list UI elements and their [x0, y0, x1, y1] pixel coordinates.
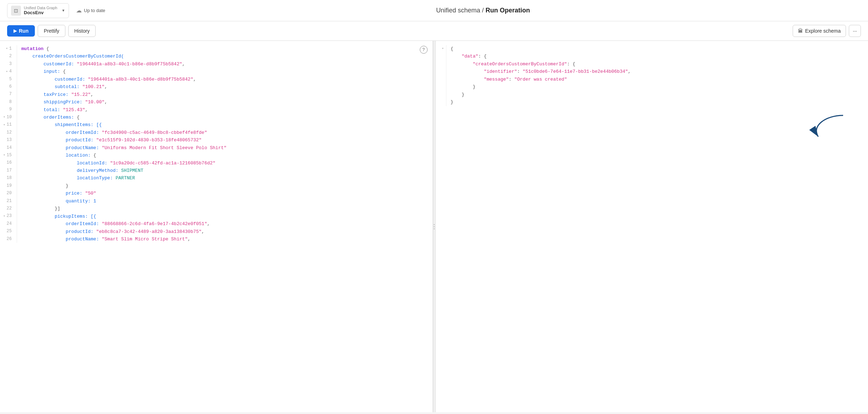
line-number: 14 — [3, 144, 14, 152]
result-code-line: "message": "Order was created" — [451, 76, 861, 83]
line-number: 2 — [3, 53, 14, 60]
line-number: ▾15 — [3, 152, 14, 159]
app-header: ⊡ Unified Data Graph DocsEnv ▼ ☁ Up to d… — [0, 0, 868, 21]
editor-pane[interactable]: ? ▾123▾456789▾10▾11121314▾15161718192021… — [0, 41, 433, 412]
code-line: location: { — [21, 152, 425, 159]
code-line: orderItemId: "88668866-2c6d-4fa6-9e17-4b… — [21, 220, 425, 228]
divider-dot — [434, 226, 435, 227]
editor-content: ▾123▾456789▾10▾11121314▾1516171819202122… — [0, 41, 433, 247]
line-number: 17 — [3, 167, 14, 174]
run-button[interactable]: ▶ Run — [7, 25, 35, 37]
main-content: ? ▾123▾456789▾10▾11121314▾15161718192021… — [0, 41, 868, 412]
line-number: 7 — [3, 91, 14, 98]
code-line: customerId: "1964401a-a8b3-40c1-b86e-d8b… — [21, 60, 425, 68]
line-number: 20 — [3, 190, 14, 197]
fold-arrow-icon[interactable]: ▾ — [3, 214, 5, 219]
code-line: deliveryMethod: SHIPMENT — [21, 167, 425, 174]
run-label: Run — [19, 28, 28, 34]
code-line: customerId: "1964401a-a8b3-40c1-b86e-d8b… — [21, 76, 425, 83]
toolbar-right: 🏛 Explore schema ··· — [793, 25, 861, 37]
code-line: productId: "e1c515f9-102d-4830-b353-18fe… — [21, 136, 425, 144]
line-number: 16 — [3, 159, 14, 167]
line-number: 22 — [3, 205, 14, 212]
code-line: locationId: "1c9a20dc-c585-42fd-ac1a-121… — [21, 159, 425, 167]
result-code-line: } — [451, 98, 861, 106]
result-line-number — [438, 91, 444, 98]
result-code-line: { — [451, 45, 861, 53]
cloud-icon: ☁ — [76, 7, 82, 14]
result-line-number: ▾ — [438, 45, 444, 53]
code-line: subtotal: "100.21", — [21, 83, 425, 91]
code-line: orderItems: { — [21, 114, 425, 121]
code-line: productName: "Smart Slim Micro Stripe Sh… — [21, 235, 425, 243]
code-line: price: "50" — [21, 190, 425, 197]
line-number: 24 — [3, 220, 14, 228]
cloud-status-label: Up to date — [84, 8, 105, 13]
code-lines: mutation { createOrdersCustomerByCustome… — [21, 45, 433, 243]
result-line-number — [438, 68, 444, 75]
cloud-status: ☁ Up to date — [76, 7, 105, 14]
code-line: productName: "Uniforms Modern Fit Short … — [21, 144, 425, 152]
line-number: 12 — [3, 129, 14, 136]
history-button[interactable]: History — [68, 25, 96, 37]
result-pane[interactable]: ▾ { "data": { "createOrdersCustomerByCus… — [436, 41, 868, 412]
code-line: orderItemId: "fc3d4900-c5ac-4649-8bc8-cb… — [21, 129, 425, 136]
line-numbers: ▾123▾456789▾10▾11121314▾1516171819202122… — [0, 45, 17, 243]
code-line: taxPrice: "15.22", — [21, 91, 425, 98]
workspace-label: Unified Data Graph — [24, 6, 57, 10]
fold-arrow-icon[interactable]: ▾ — [6, 69, 7, 75]
result-lines: { "data": { "createOrdersCustomerByCusto… — [451, 45, 868, 106]
more-button[interactable]: ··· — [849, 25, 861, 37]
result-line-number — [438, 83, 444, 91]
workspace-env: DocsEnv — [24, 10, 57, 15]
line-number: 13 — [3, 136, 14, 144]
line-number: 3 — [3, 60, 14, 68]
code-line: total: "125.43", — [21, 106, 425, 114]
line-number: 25 — [3, 228, 14, 235]
fold-arrow-icon[interactable]: ▾ — [3, 122, 5, 128]
code-line: mutation { — [21, 45, 425, 53]
help-button[interactable]: ? — [420, 46, 428, 54]
result-code-line: } — [451, 91, 861, 98]
explore-schema-icon: 🏛 — [798, 28, 803, 34]
result-code-line: } — [451, 83, 861, 91]
divider-dot — [434, 228, 435, 229]
line-number: 8 — [3, 98, 14, 106]
page-title-bold: Run Operation — [486, 7, 530, 14]
code-line: shippingPrice: "10.00", — [21, 98, 425, 106]
workspace-selector[interactable]: ⊡ Unified Data Graph DocsEnv ▼ — [7, 3, 69, 18]
fold-arrow-icon[interactable]: ▾ — [3, 115, 5, 120]
result-code-line: "createOrdersCustomerByCustomerId": { — [451, 60, 861, 68]
explore-schema-label: Explore schema — [805, 28, 841, 34]
result-line-numbers: ▾ — [436, 45, 446, 106]
page-title: Unified schema / Run Operation — [105, 7, 861, 14]
line-number: 26 — [3, 235, 14, 243]
line-number: ▾10 — [3, 114, 14, 121]
arrow-annotation — [804, 112, 847, 142]
line-number: ▾11 — [3, 121, 14, 129]
line-number: 6 — [3, 83, 14, 91]
result-code-line: "identifier": "51c0bde6-7e64-11e7-bb31-b… — [451, 68, 861, 75]
code-line: input: { — [21, 68, 425, 75]
explore-schema-button[interactable]: 🏛 Explore schema — [793, 25, 846, 37]
workspace-text: Unified Data Graph DocsEnv — [24, 6, 57, 15]
result-line-number — [438, 53, 444, 60]
pane-divider[interactable] — [433, 41, 436, 412]
fold-arrow-icon[interactable]: ▾ — [6, 46, 7, 51]
line-number: ▾1 — [3, 45, 14, 53]
code-line: shipmentItems: [{ — [21, 121, 425, 129]
code-line: quantity: 1 — [21, 197, 425, 205]
page-title-prefix: Unified schema / — [436, 7, 486, 14]
prettify-button[interactable]: Prettify — [38, 25, 65, 37]
code-line: }] — [21, 205, 425, 212]
code-line: } — [21, 182, 425, 190]
result-code-line: "data": { — [451, 53, 861, 60]
line-number: ▾23 — [3, 213, 14, 220]
code-line: productId: "eb8c8ca7-3c42-4489-a820-3aa1… — [21, 228, 425, 235]
result-line-number — [438, 76, 444, 83]
fold-arrow-icon[interactable]: ▾ — [442, 46, 444, 51]
line-number: 19 — [3, 182, 14, 190]
fold-arrow-icon[interactable]: ▾ — [3, 153, 5, 158]
play-icon: ▶ — [14, 28, 17, 33]
chevron-down-icon: ▼ — [61, 9, 65, 12]
